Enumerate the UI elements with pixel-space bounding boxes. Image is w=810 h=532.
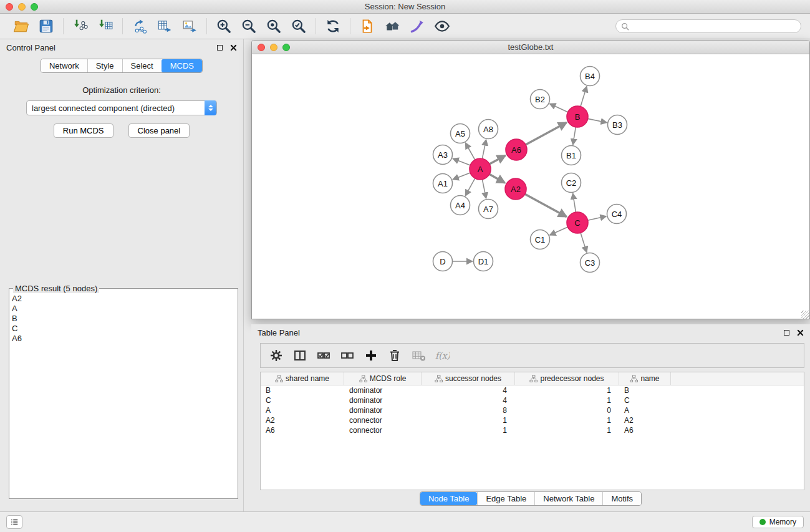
eye-button[interactable] [430, 16, 455, 36]
node-C2[interactable]: C2 [562, 173, 581, 193]
table-tab-network-table[interactable]: Network Table [534, 492, 602, 505]
edge-A-A5[interactable] [466, 143, 475, 160]
refresh-button[interactable] [321, 16, 345, 36]
minimize-window-button[interactable] [18, 3, 26, 11]
table-row[interactable]: A2connector11A2 [261, 415, 804, 425]
close-panel-button[interactable]: Close panel [128, 123, 190, 138]
search-input[interactable] [632, 22, 796, 31]
tab-mcds[interactable]: MCDS [162, 59, 202, 72]
table-cell[interactable]: A6 [619, 425, 671, 435]
edge-A2-C[interactable] [525, 194, 567, 216]
table-cell[interactable]: 1 [515, 385, 619, 395]
optimization-criterion-dropdown[interactable]: largest connected component (directed) [26, 100, 217, 115]
edge-A-A6[interactable] [489, 155, 505, 164]
new-table-button[interactable] [152, 16, 177, 36]
table-cell[interactable]: dominator [344, 395, 422, 405]
close-table-panel-icon[interactable] [797, 329, 804, 336]
network-close-button[interactable] [258, 44, 265, 51]
mcds-result-item[interactable]: B [12, 314, 235, 324]
node-A4[interactable]: A4 [451, 196, 470, 215]
edge-A-A7[interactable] [482, 180, 486, 198]
floppy-save-button[interactable] [34, 16, 59, 36]
table-cell[interactable]: A6 [261, 425, 344, 435]
table-cell[interactable]: 4 [422, 395, 515, 405]
run-mcds-button[interactable]: Run MCDS [54, 123, 113, 138]
export-image-button[interactable] [177, 16, 202, 36]
edge-A-A4[interactable] [465, 178, 475, 196]
tab-network[interactable]: Network [41, 59, 87, 72]
trash-button[interactable] [384, 346, 405, 365]
resize-grip[interactable] [801, 311, 809, 319]
edge-C-C3[interactable] [581, 233, 587, 252]
float-table-panel-icon[interactable] [784, 330, 789, 336]
column-header-mcds-role[interactable]: MCDS role [344, 372, 422, 385]
edge-B-B3[interactable] [588, 118, 607, 122]
table-cell[interactable]: 1 [515, 425, 619, 435]
table-cell[interactable]: 1 [422, 415, 515, 425]
table-cell[interactable]: A2 [261, 415, 344, 425]
node-C[interactable]: C [567, 212, 588, 233]
show-panel-button[interactable] [6, 515, 22, 529]
node-D[interactable]: D [433, 252, 453, 271]
zoom-selected-button[interactable] [286, 16, 311, 36]
table-cell[interactable]: connector [344, 425, 422, 435]
edge-A-A8[interactable] [482, 140, 486, 158]
table-cell[interactable]: B [619, 385, 671, 395]
table-cell[interactable]: A [261, 405, 344, 415]
table-cell[interactable]: 0 [515, 405, 619, 415]
table-cell[interactable]: B [261, 385, 344, 395]
node-C4[interactable]: C4 [607, 205, 627, 224]
mcds-result-item[interactable]: C [12, 324, 235, 334]
table-cell[interactable]: C [619, 395, 671, 405]
node-B1[interactable]: B1 [562, 146, 581, 165]
table-row[interactable]: Cdominator41C [261, 395, 804, 405]
table-cell[interactable]: dominator [344, 385, 422, 395]
table-row[interactable]: Bdominator41B [261, 385, 804, 395]
table-cell[interactable]: 1 [422, 425, 515, 435]
edge-B-B4[interactable] [581, 87, 587, 107]
node-A1[interactable]: A1 [433, 174, 453, 193]
table-cell[interactable]: C [261, 395, 344, 405]
node-B2[interactable]: B2 [531, 90, 550, 109]
gear-button[interactable] [266, 346, 287, 365]
float-panel-icon[interactable] [217, 45, 223, 51]
zoom-out-button[interactable] [236, 16, 261, 36]
folder-open-button[interactable] [9, 16, 34, 36]
import-network-file-button[interactable] [68, 16, 93, 36]
network-maximize-button[interactable] [282, 44, 290, 51]
node-C1[interactable]: C1 [531, 230, 550, 249]
table-tab-node-table[interactable]: Node Table [420, 492, 478, 505]
table-row[interactable]: Adominator80A [261, 405, 804, 415]
home-button[interactable] [380, 16, 405, 36]
node-A5[interactable]: A5 [451, 124, 470, 143]
edge-B-B2[interactable] [550, 104, 568, 112]
edge-C-C1[interactable] [550, 227, 568, 235]
edge-A-A3[interactable] [453, 158, 470, 165]
node-A6[interactable]: A6 [506, 139, 527, 160]
column-header-predecessor-nodes[interactable]: predecessor nodes [515, 372, 619, 385]
edge-C-C2[interactable] [573, 193, 576, 212]
node-A8[interactable]: A8 [479, 120, 498, 139]
column-header-name[interactable]: name [619, 372, 671, 385]
node-C3[interactable]: C3 [581, 253, 600, 273]
memory-button[interactable]: Memory [752, 516, 804, 528]
new-network-button[interactable] [127, 16, 152, 36]
node-A2[interactable]: A2 [505, 178, 526, 200]
zoom-fit-button[interactable] [261, 16, 286, 36]
close-window-button[interactable] [6, 3, 13, 11]
delete-table-button[interactable] [408, 346, 429, 365]
table-tab-motifs[interactable]: Motifs [602, 492, 641, 505]
network-graph[interactable]: B4B2BB3A5A8A6B1A3AA1C2A2A4A7C4CC1C3DD1 [252, 55, 809, 319]
deselect-all-button[interactable] [337, 346, 358, 365]
node-D1[interactable]: D1 [474, 252, 493, 271]
table-cell[interactable]: A [619, 405, 671, 415]
maximize-window-button[interactable] [31, 3, 38, 11]
mcds-result-item[interactable]: A6 [12, 334, 235, 344]
mcds-result-item[interactable]: A2 [12, 294, 235, 304]
mcds-result-item[interactable]: A [12, 304, 235, 314]
node-B3[interactable]: B3 [608, 115, 627, 135]
select-all-button[interactable] [313, 346, 334, 365]
table-row[interactable]: A6connector11A6 [261, 425, 804, 435]
add-button[interactable] [360, 346, 382, 365]
table-cell[interactable]: connector [344, 415, 422, 425]
